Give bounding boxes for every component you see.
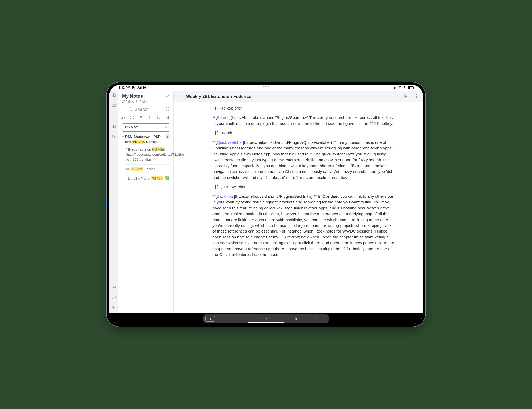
result-file-header[interactable]: ▼ PSN Shutdown - PSP and PS Vita Games 3 xyxy=(122,134,170,144)
paragraph[interactable]: **[Search](https://help.obsidian.md/Plug… xyxy=(212,115,394,126)
svg-point-11 xyxy=(416,96,417,96)
svg-point-4 xyxy=(112,296,116,299)
app: My Notes 326 files, 31 folders Search Aa xyxy=(109,91,423,313)
svg-rect-2 xyxy=(112,286,115,288)
screen: 4:32 PM Fri Jul 16 xyxy=(109,85,423,324)
svg-point-7 xyxy=(130,116,134,119)
kb-down-icon: ˅ xyxy=(323,316,325,321)
rail-table-icon[interactable] xyxy=(111,124,117,129)
suggestion-3[interactable]: it xyxy=(281,317,312,321)
hamburger-menu-icon[interactable] xyxy=(177,93,182,100)
editor-topbar: Weekly 281 Extension Federico xyxy=(174,91,423,102)
home-indicator[interactable] xyxy=(248,322,284,323)
svg-point-5 xyxy=(113,307,114,309)
dnd-moon-icon xyxy=(403,86,406,90)
rail-help-icon[interactable] xyxy=(111,295,117,300)
svg-rect-9 xyxy=(405,94,408,98)
clear-search-icon[interactable]: ✕ xyxy=(165,125,168,129)
svg-point-3 xyxy=(113,287,114,288)
paragraph[interactable]: **[Quick switcher](https://help.obsidian… xyxy=(212,140,394,180)
undo-redo-arrows[interactable]: ˄˅ xyxy=(311,316,329,321)
ipad-side-indicator xyxy=(106,202,107,207)
task-line[interactable]: - [ ] Search xyxy=(212,130,394,136)
list-bullets-icon[interactable] xyxy=(138,115,143,121)
svg-rect-0 xyxy=(112,104,115,107)
main-pane: Weekly 281 Extension Federico - [ ] File… xyxy=(174,91,423,313)
status-bar: 4:32 PM Fri Jul 16 xyxy=(109,85,423,91)
more-options-icon[interactable] xyxy=(414,93,419,100)
search-input[interactable]: "PS Vita" ✕ xyxy=(122,123,170,132)
search-icon[interactable] xyxy=(128,107,132,112)
svg-point-10 xyxy=(416,94,417,95)
rail-templates-icon[interactable] xyxy=(111,92,117,98)
case-sensitive-toggle[interactable]: Aa xyxy=(121,116,125,120)
cell-signal-icon xyxy=(394,86,396,89)
search-result-item[interactable]: - LittleBigPlanet PS Vita ✅ xyxy=(125,174,170,183)
keyboard-suggestion-bar: IT I the it ˄˅ xyxy=(109,313,423,324)
kb-up-icon: ˄ xyxy=(315,316,317,321)
document-title: Weekly 281 Extension Federico xyxy=(186,94,400,99)
expand-collapse-icon[interactable] xyxy=(165,107,170,112)
ipad-frame: 4:32 PM Fri Jul 16 xyxy=(107,82,425,327)
sort-icon[interactable] xyxy=(156,115,161,121)
task-line[interactable]: - [ ] File explorer xyxy=(212,105,394,111)
search-heading: Search xyxy=(135,107,163,112)
regex-help-icon[interactable] xyxy=(130,115,134,121)
left-rail xyxy=(109,91,118,313)
editor-body[interactable]: - [ ] File explorer **[Search](https://h… xyxy=(174,102,423,313)
reading-mode-icon[interactable] xyxy=(404,93,409,100)
svg-point-12 xyxy=(416,97,417,98)
battery-icon xyxy=(408,86,414,89)
pin-icon[interactable] xyxy=(164,93,170,99)
back-arrow-icon[interactable] xyxy=(121,107,126,112)
line-height-icon[interactable] xyxy=(147,115,152,121)
search-input-value: "PS Vita" xyxy=(124,125,165,129)
match-count-badge: 3 xyxy=(165,134,170,139)
vault-title: My Notes xyxy=(122,93,149,99)
rail-stack-icon[interactable] xyxy=(111,113,117,119)
search-toolbar: Aa xyxy=(120,114,172,123)
vault-subtitle: 326 files, 31 folders xyxy=(122,100,149,104)
keyboard-lang-button[interactable]: IT xyxy=(205,316,215,322)
multitask-indicator[interactable] xyxy=(263,86,269,87)
status-time: 4:32 PM xyxy=(118,86,130,90)
status-date: Fri Jul 16 xyxy=(132,86,146,90)
svg-rect-1 xyxy=(112,125,115,128)
copy-results-icon[interactable] xyxy=(165,115,170,121)
suggestion-1[interactable]: I xyxy=(217,317,247,321)
search-result-item[interactable]: ## PS Vita Games xyxy=(125,164,170,174)
wifi-icon xyxy=(398,86,402,90)
rail-slides-icon[interactable] xyxy=(111,103,117,108)
rail-settings-icon[interactable] xyxy=(111,305,117,311)
sidebar: My Notes 326 files, 31 folders Search Aa xyxy=(118,91,174,313)
suggestion-2[interactable]: the xyxy=(247,317,281,321)
disclosure-triangle-icon[interactable]: ▼ xyxy=(122,134,124,139)
svg-point-6 xyxy=(129,108,131,110)
search-results: ▼ PSN Shutdown - PSP and PS Vita Games 3… xyxy=(120,134,172,183)
task-line[interactable]: - [ ] Quick switcher xyxy=(212,184,394,190)
rail-record-icon[interactable] xyxy=(111,284,117,290)
search-result-item[interactable]: * [Retronauts on PS Vita](http://retrona… xyxy=(125,146,170,164)
paragraph[interactable]: **[Backlinks](https://help.obsidian.md/P… xyxy=(212,194,394,258)
rail-send-icon[interactable] xyxy=(111,134,117,140)
